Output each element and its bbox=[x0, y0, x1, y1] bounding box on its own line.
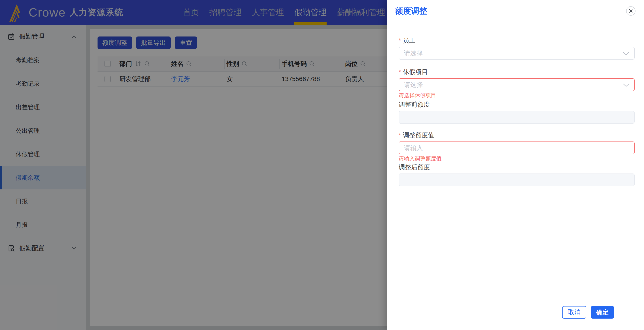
chevron-down-icon bbox=[623, 84, 629, 87]
field-after-quota: 调整后额度 bbox=[398, 164, 634, 186]
field-before-quota: 调整前额度 bbox=[398, 101, 634, 124]
drawer-header: 额度调整 bbox=[387, 0, 644, 22]
required-mark: * bbox=[398, 132, 401, 139]
field-label: 员工 bbox=[403, 37, 416, 44]
before-quota-input bbox=[398, 111, 634, 124]
chevron-down-icon bbox=[623, 52, 629, 56]
close-icon bbox=[629, 9, 633, 13]
close-button[interactable] bbox=[626, 6, 636, 16]
required-mark: * bbox=[398, 69, 401, 76]
field-adjust-value: *调整额度值 请输入调整额度值 bbox=[398, 132, 634, 161]
required-mark: * bbox=[398, 37, 401, 44]
cancel-button[interactable]: 取消 bbox=[562, 306, 586, 318]
leave-item-error: 请选择休假项目 bbox=[398, 93, 634, 98]
field-leave-item: *休假项目 请选择 请选择休假项目 bbox=[398, 69, 634, 98]
field-label: 休假项目 bbox=[403, 69, 428, 76]
field-label: 调整额度值 bbox=[403, 132, 434, 139]
after-quota-input bbox=[398, 174, 634, 186]
field-label: 调整前额度 bbox=[398, 101, 634, 108]
field-label: 调整后额度 bbox=[398, 164, 634, 171]
adjust-value-error: 请输入调整额度值 bbox=[398, 156, 634, 161]
screen: Crowe 人力资源系统 首页 招聘管理 人事管理 假勤管理 薪酬福利管理 假勤… bbox=[0, 0, 644, 330]
leave-item-select[interactable]: 请选择 bbox=[398, 78, 634, 91]
field-employee: *员工 请选择 bbox=[398, 37, 634, 60]
drawer-body: *员工 请选择 *休假项目 请选择 bbox=[387, 22, 644, 186]
confirm-button[interactable]: 确定 bbox=[591, 306, 614, 318]
quota-adjust-drawer: 额度调整 *员工 请选择 bbox=[387, 0, 644, 330]
adjust-value-input[interactable] bbox=[398, 142, 634, 154]
employee-select[interactable]: 请选择 bbox=[398, 47, 634, 60]
drawer-footer: 取消 确定 bbox=[562, 306, 614, 318]
drawer-title: 额度调整 bbox=[395, 6, 626, 17]
